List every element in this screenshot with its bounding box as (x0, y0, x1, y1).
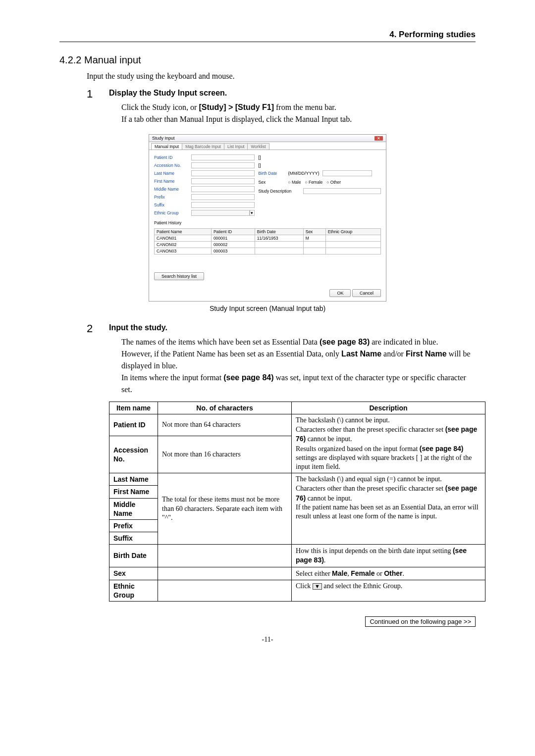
step1-line1b: [Study] > [Study F1] (199, 103, 274, 111)
step2-p1c: are indicated in blue. (370, 338, 438, 346)
lbl-lastname: Last Name (154, 171, 191, 176)
lbl-patient-id: Patient ID (154, 155, 191, 160)
table-row: CANON02000002 (155, 242, 381, 248)
lbl-accession: Accession No. (154, 163, 191, 168)
dsb: Male (332, 569, 347, 577)
section-heading: Manual input (84, 54, 141, 65)
th-name: Patient Name (155, 229, 212, 235)
lbl-history: Patient History (154, 220, 181, 225)
desc-birth: How this is input depends on the birth d… (292, 545, 485, 567)
input-studydesc (303, 188, 381, 194)
intro-text: Input the study using the keyboard and m… (87, 72, 476, 81)
lbl-middlename: Middle Name (154, 187, 191, 192)
lbl-birthdate: Birth Date (259, 171, 288, 176)
th-num: No. of characters (158, 402, 292, 414)
cell: 11/16/1953 (255, 235, 303, 242)
item-ethnic: Ethnic Group (109, 580, 158, 601)
ss-tab-list: List Input (224, 143, 248, 150)
d1a: The backslash (\) cannot be input. (296, 416, 390, 424)
dnb: Characters other than the preset specifi… (296, 485, 445, 492)
cell: CANON02 (155, 242, 212, 248)
th-sex: Sex (303, 229, 325, 235)
lbl-ethnic: Ethnic Group (154, 210, 191, 215)
ok-button: OK (329, 289, 351, 297)
step2-p2d: First Name (406, 350, 447, 358)
desc-block1: The backslash (\) cannot be input. Chara… (292, 414, 485, 473)
d1f: (see page 84) (420, 445, 464, 453)
lbl-prefix: Prefix (154, 195, 191, 200)
input-firstname (191, 178, 255, 184)
page-number: -11- (59, 636, 476, 644)
dsd: Female (351, 569, 374, 577)
cell (325, 235, 380, 242)
step-2-title: Input the study. (109, 323, 476, 332)
dnd: cannot be input. (306, 495, 352, 502)
item-suffix: Suffix (109, 532, 158, 545)
item-birthdate: Birth Date (109, 545, 158, 567)
item-lastname: Last Name (109, 473, 158, 486)
bracket-2: [] (259, 163, 261, 168)
dse: or (374, 570, 384, 577)
dsg: . (403, 570, 405, 577)
step-2-number: 2 (87, 323, 109, 402)
bracket-1: [] (259, 155, 261, 160)
cell: M (303, 235, 325, 242)
section-title: 4.2.2 Manual input (59, 54, 476, 66)
desc-names: The backslash (\) and equal sign (=) can… (292, 473, 485, 545)
deb: and select the Ethnic Group. (322, 582, 403, 590)
input-suffix (191, 202, 255, 208)
dropdown-icon: ▼ (313, 583, 322, 590)
item-firstname: First Name (109, 486, 158, 498)
d1g: settings are displayed with square brack… (296, 454, 472, 470)
step2-p2c: and/or (381, 350, 406, 358)
dsa: Select either (296, 570, 332, 577)
step1-line1c: from the menu bar. (274, 103, 336, 111)
num-patient-id: Not more than 64 characters (158, 414, 292, 436)
th-item: Item name (109, 402, 158, 414)
lbl-studydesc: Study Description (259, 189, 303, 194)
item-sex: Sex (109, 567, 158, 580)
cell: 000001 (211, 235, 255, 242)
cell: 000003 (211, 248, 255, 254)
lbl-sex: Sex (259, 180, 288, 185)
desc-sex: Select either Male, Female or Other. (292, 567, 485, 580)
input-middlename (191, 186, 255, 192)
lbl-suffix: Suffix (154, 202, 191, 207)
close-icon: ✕ (374, 136, 383, 141)
dne: If the patient name has been set as an E… (296, 504, 479, 520)
step2-p1a: The names of the items which have been s… (121, 338, 320, 346)
continued-box: Continued on the following page >> (365, 616, 476, 627)
step2-p2a: However, if the Patient Name has been se… (121, 350, 341, 358)
chapter-header: 4. Performing studies (59, 30, 476, 42)
dropdown-icon: ▾ (250, 210, 255, 216)
ss-tab-worklist: Worklist (247, 143, 269, 150)
item-patient-id: Patient ID (109, 414, 158, 436)
th-ethnic: Ethnic Group (325, 229, 380, 235)
step2-p3a: In items where the input format (121, 373, 223, 382)
cell: 000002 (211, 242, 255, 248)
lbl-firstname: First Name (154, 179, 191, 184)
step2-p1b: (see page 83) (320, 338, 370, 346)
dsf: Other (384, 569, 402, 577)
d1d: cannot be input. (306, 435, 352, 443)
ss-tabs: Manual InputMag Barcode InputList InputW… (149, 142, 386, 150)
table-row: CANON0100000111/16/1953M (155, 235, 381, 242)
lbl-birthfmt: (MM/DD/YYYY) (288, 171, 320, 176)
history-table: Patient Name Patient ID Birth Date Sex E… (154, 228, 381, 254)
ss-titlebar: Study Input ✕ (149, 135, 386, 142)
screenshot-wrap: Study Input ✕ Manual InputMag Barcode In… (59, 134, 476, 302)
cell (325, 248, 380, 254)
radio-other: Other (326, 180, 341, 185)
dbc: . (324, 556, 326, 564)
items-table: Item name No. of characters Description … (109, 402, 485, 602)
screenshot-caption: Study Input screen (Manual Input tab) (59, 304, 476, 312)
ss-window-buttons: ✕ (374, 136, 383, 141)
item-prefix: Prefix (109, 519, 158, 532)
th-desc: Description (292, 402, 485, 414)
cell: CANON03 (155, 248, 212, 254)
cell (325, 242, 380, 248)
th-id: Patient ID (211, 229, 255, 235)
dna: The backslash (\) and equal sign (=) can… (296, 475, 442, 483)
cell (303, 242, 325, 248)
ss-body: Patient ID Accession No. Last Name First… (149, 150, 386, 286)
